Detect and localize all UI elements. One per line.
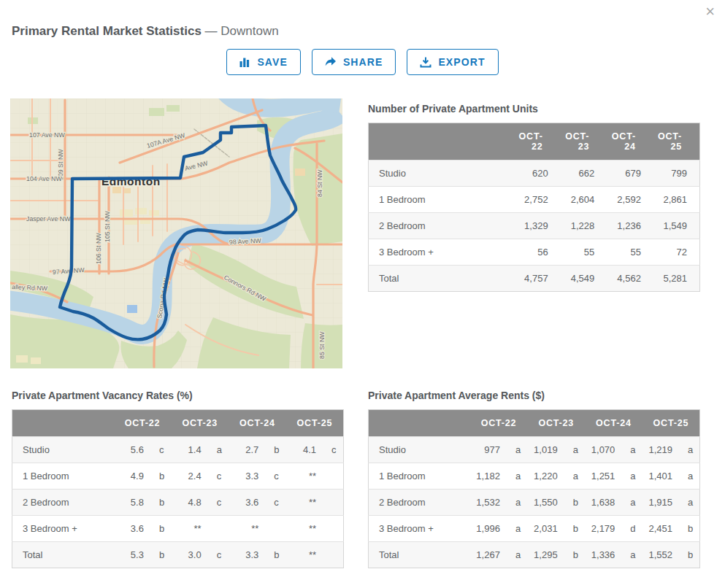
cell-value: 1,251 [585,463,621,490]
cell-value: 1,996 [470,516,506,542]
table-row: 2 Bedroom1,532a1,550b1,638a1,915a [369,490,700,516]
close-icon[interactable]: × [705,1,715,22]
cell-reliability-code: b [150,490,171,516]
row-label: Studio [369,160,515,187]
map[interactable]: 107 Ave NW 109 St NW 107A Ave NW 104 Ave… [10,98,342,368]
cell-reliability-code: c [207,463,229,490]
cell-value: 5.3 [114,542,150,568]
cell-value: 3.0 [171,542,207,568]
export-button[interactable]: EXPORT [407,49,498,75]
column-header: OCT-23 [561,123,607,160]
cell-reliability-code: b [678,542,699,568]
units-header-row: OCT-22OCT-23OCT-24OCT-25 [369,123,700,160]
cell-value: 1,329 [514,213,561,239]
cell-reliability-code: c [322,437,343,463]
download-icon [420,57,431,68]
cell-value: 5.6 [114,437,150,463]
cell-reliability-code: a [564,463,585,490]
column-header: OCT-22 [114,410,172,437]
column-header: OCT-24 [607,123,653,160]
table-row: 3 Bedroom +1,996a2,031b2,179d2,451b [369,516,700,542]
cell-value: 5,281 [653,266,700,292]
cell-value: 1,219 [642,437,678,463]
cell-reliability-code [207,516,229,542]
save-button-label: SAVE [257,56,288,68]
map-canvas: 107 Ave NW 109 St NW 107A Ave NW 104 Ave… [10,98,342,368]
cell-value: 1,552 [642,542,678,568]
page-title: Primary Rental Market Statistics — Downt… [12,24,279,39]
cell-reliability-code: a [564,437,585,463]
cell-value: 55 [607,239,653,266]
cell-reliability-code: b [678,516,699,542]
column-header: OCT-25 [286,410,344,437]
rents-table-title: Private Apartment Average Rents ($) [368,390,700,401]
table-row: Studio620662679799 [369,160,700,187]
share-forward-icon [325,57,337,67]
cell-value: ** [286,542,322,568]
units-table: OCT-22OCT-23OCT-24OCT-25 Studio620662679… [368,123,700,292]
cell-reliability-code: b [150,516,171,542]
cell-value: 3.6 [114,516,150,542]
share-button[interactable]: SHARE [312,49,396,75]
cell-reliability-code: b [564,516,585,542]
cell-value: 1,915 [642,490,678,516]
column-header: OCT-23 [171,410,229,437]
cell-value: 3.3 [229,542,264,568]
table-row: 1 Bedroom2,7522,6042,5922,861 [369,187,700,213]
rents-table: OCT-22OCT-23OCT-24OCT-25 Studio977a1,019… [368,409,700,568]
cell-reliability-code: d [621,516,642,542]
row-label: 3 Bedroom + [369,239,515,266]
cell-value: 56 [514,239,561,266]
cell-reliability-code: a [621,490,642,516]
cell-value: 620 [514,160,561,187]
cell-value: 1,401 [642,463,678,490]
cell-reliability-code: b [564,542,585,568]
cell-value: 2,604 [561,187,607,213]
table-row: 2 Bedroom1,3291,2281,2361,549 [369,213,700,239]
cell-value: 679 [607,160,653,187]
row-label: Total [12,542,114,568]
cell-value: 4.1 [286,437,322,463]
cell-value: 72 [653,239,700,266]
cell-value: 1,336 [585,542,621,568]
cell-reliability-code [322,516,343,542]
cell-reliability-code: a [678,490,699,516]
cell-value: 2,592 [607,187,653,213]
cell-value: 799 [653,160,700,187]
cell-reliability-code: a [621,463,642,490]
row-label: 3 Bedroom + [369,516,470,542]
cell-reliability-code: b [264,437,285,463]
cell-value: 1,638 [585,490,621,516]
cell-value: 3.6 [229,490,264,516]
cell-value: 1,236 [607,213,653,239]
cell-value: 977 [470,437,506,463]
street-label: 84 St NW [316,169,323,197]
column-header: OCT-22 [514,123,561,160]
cell-value: 1,295 [527,542,563,568]
table-row: Total5.3b3.0c3.3b** [12,542,344,568]
export-button-label: EXPORT [438,56,485,68]
column-header: OCT-24 [229,410,286,437]
save-button[interactable]: SAVE [226,49,301,75]
street-label: 85 St NW [318,331,326,359]
page-title-main: Primary Rental Market Statistics [12,24,202,38]
table-row: 2 Bedroom5.8b4.8c3.6c** [12,490,344,516]
row-label: 2 Bedroom [369,213,515,239]
street-label: 107 Ave NW [29,131,65,139]
row-label: 1 Bedroom [12,463,114,490]
column-header: OCT-25 [642,410,700,437]
cell-value: 2,752 [514,187,561,213]
cell-value: 1,220 [527,463,563,490]
column-header: OCT-25 [653,123,700,160]
cell-reliability-code: b [564,490,585,516]
cell-value: ** [286,516,322,542]
cell-value: 2.7 [229,437,264,463]
cell-value: 4,757 [514,266,561,292]
row-label: Studio [369,437,470,463]
row-label: 1 Bedroom [369,463,470,490]
cell-reliability-code: b [150,542,171,568]
cell-value: 5.8 [114,490,150,516]
cell-value: 2.4 [171,463,207,490]
cell-reliability-code: a [506,463,527,490]
table-row: 1 Bedroom4.9b2.4c3.3c** [12,463,344,490]
